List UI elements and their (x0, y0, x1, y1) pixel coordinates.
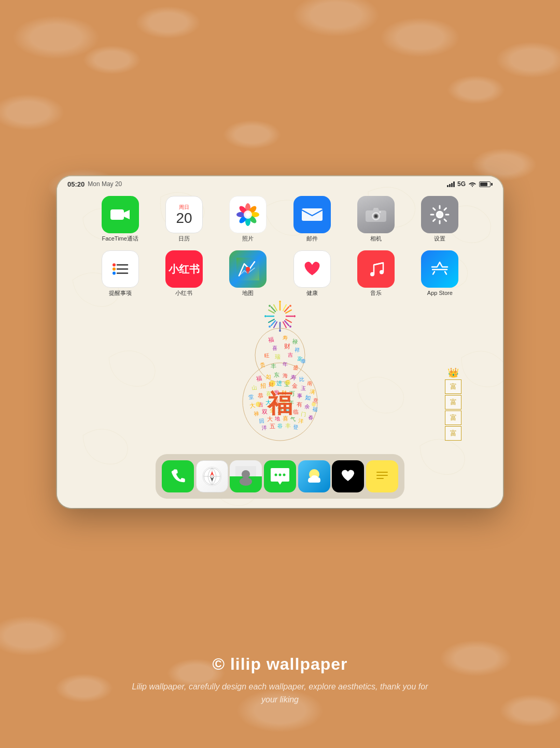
reminders-label: 提醒事项 (109, 290, 132, 297)
svg-rect-11 (302, 208, 323, 221)
svg-text:五: 五 (270, 423, 275, 429)
signal-bar-1 (447, 185, 449, 187)
svg-text:事: 事 (297, 393, 302, 399)
app-settings[interactable]: 设置 (408, 196, 472, 242)
dock-appletv-icon (332, 460, 364, 492)
svg-text:盛: 盛 (293, 364, 299, 371)
battery-icon (479, 181, 493, 187)
branding-section: © lilip wallpaper Lilip wallpaper, caref… (124, 655, 436, 707)
app-grid: FaceTime通话 周日 20 日历 (88, 196, 472, 297)
svg-line-43 (269, 319, 274, 322)
signal-bar-3 (451, 183, 453, 187)
ipad-wallpaper: 05:20 Mon May 20 5G (57, 176, 503, 508)
svg-text:禄: 禄 (292, 338, 299, 345)
svg-point-138 (283, 474, 285, 476)
calendar-label: 日历 (178, 235, 190, 242)
svg-text:登: 登 (293, 424, 299, 430)
svg-text:恭: 恭 (258, 392, 263, 399)
app-calendar[interactable]: 周日 20 日历 (152, 196, 216, 242)
svg-line-39 (286, 310, 291, 313)
app-mail[interactable]: 邮件 (280, 196, 344, 242)
photos-icon-img (229, 196, 267, 233)
dock-messages[interactable] (264, 460, 296, 492)
xhs-label: 小红书 (175, 290, 192, 297)
maps-label: 地图 (242, 290, 254, 297)
facetime-label: FaceTime通话 (102, 235, 138, 242)
svg-text:喜: 喜 (272, 345, 277, 351)
ipad-dock (156, 454, 404, 499)
svg-point-48 (293, 315, 296, 317)
facetime-icon-img (102, 196, 139, 233)
ipad-frame: 05:20 Mon May 20 5G (57, 176, 503, 508)
settings-label: 设置 (434, 235, 445, 242)
svg-text:双: 双 (262, 408, 268, 415)
svg-text:余: 余 (304, 403, 310, 410)
svg-text:东: 东 (274, 372, 279, 378)
fortune-box-2: 富 (445, 395, 461, 410)
xhs-text: 小红书 (169, 262, 200, 276)
brand-copyright: © lilip wallpaper (124, 655, 436, 674)
svg-text:贵: 贵 (260, 362, 265, 368)
svg-rect-1 (110, 209, 124, 220)
svg-point-29 (380, 270, 384, 274)
app-appstore[interactable]: App Store (408, 250, 472, 297)
camera-icon-img (357, 196, 395, 233)
calendar-icon-img: 周日 20 (165, 196, 203, 233)
svg-text:大: 大 (249, 402, 256, 409)
svg-text:泰: 泰 (301, 358, 306, 364)
appstore-icon-img (421, 250, 458, 288)
health-icon-img (293, 250, 331, 288)
svg-point-125 (285, 380, 290, 385)
dock-contacts-icon (230, 460, 262, 492)
svg-text:谷: 谷 (277, 423, 283, 429)
svg-text:如: 如 (305, 394, 312, 401)
app-xhs[interactable]: 小红书 小红书 (152, 250, 216, 297)
svg-text:比: 比 (299, 376, 304, 382)
fortune-box-4: 富 (445, 426, 461, 441)
app-facetime[interactable]: FaceTime通话 (88, 196, 152, 242)
fortune-crown: 👑 (447, 367, 459, 378)
signal-bar-4 (453, 181, 455, 187)
status-bar: 05:20 Mon May 20 5G (57, 176, 503, 192)
dock-safari[interactable] (196, 460, 228, 492)
photos-label: 照片 (242, 235, 254, 242)
svg-text:金: 金 (292, 383, 298, 389)
svg-text:海: 海 (283, 373, 288, 378)
app-health[interactable]: 健康 (280, 250, 344, 297)
app-camera[interactable]: 相机 (344, 196, 408, 242)
app-maps[interactable]: 地图 (216, 250, 280, 297)
brand-description: Lilip wallpaper, carefully design each w… (124, 680, 436, 707)
svg-point-137 (278, 474, 281, 476)
svg-text:洋: 洋 (261, 425, 267, 431)
dock-weather[interactable] (298, 460, 330, 492)
app-music[interactable]: 音乐 (344, 250, 408, 297)
svg-text:丰: 丰 (271, 363, 276, 369)
svg-point-135 (240, 477, 252, 486)
dock-contacts[interactable] (230, 460, 262, 492)
svg-point-136 (274, 474, 277, 476)
svg-text:洋: 洋 (298, 418, 304, 424)
svg-text:临: 临 (293, 408, 299, 415)
status-indicators: 5G (447, 180, 493, 188)
svg-text:有: 有 (297, 401, 302, 407)
svg-text:旺: 旺 (264, 352, 270, 359)
dock-notes[interactable] (366, 460, 398, 492)
svg-text:瑞: 瑞 (275, 354, 281, 360)
svg-point-0 (472, 186, 473, 187)
app-photos[interactable]: 照片 (216, 196, 280, 242)
svg-point-52 (264, 315, 267, 317)
mail-icon-img (293, 196, 331, 233)
svg-line-40 (286, 319, 291, 322)
fortune-box-1: 富 (445, 379, 461, 394)
svg-text:南: 南 (307, 380, 313, 387)
dock-phone[interactable] (162, 460, 194, 492)
svg-point-21 (113, 267, 116, 271)
svg-text:玉: 玉 (301, 385, 306, 391)
svg-line-27 (374, 263, 383, 265)
app-reminders[interactable]: 提醒事项 (88, 250, 152, 297)
svg-point-28 (370, 272, 374, 276)
svg-point-126 (256, 402, 261, 407)
dock-appletv[interactable] (332, 460, 364, 492)
status-time: 05:20 (67, 180, 85, 188)
svg-point-51 (269, 326, 271, 328)
